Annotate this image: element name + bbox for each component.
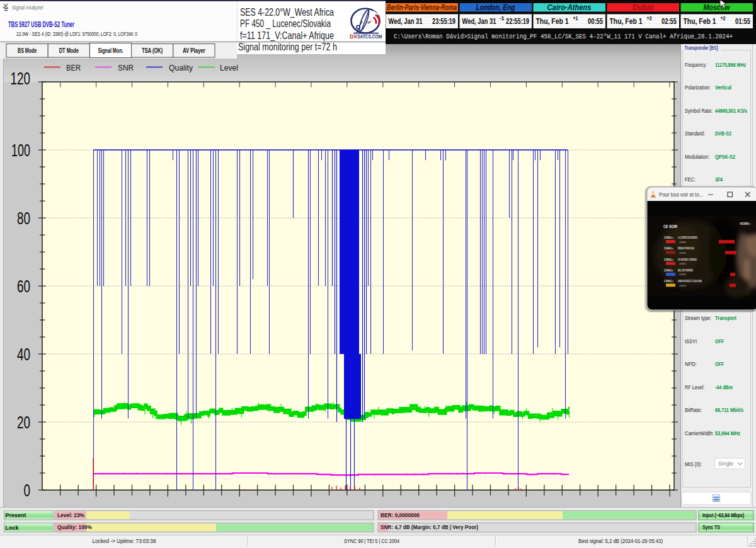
- svg-text:C:\Users\Roman Dávid>Signal mo: C:\Users\Roman Dávid>Signal monitoring_P…: [394, 32, 733, 40]
- svg-text:TSA (OK): TSA (OK): [142, 47, 163, 54]
- svg-text:Signal Analyzer: Signal Analyzer: [12, 4, 43, 11]
- svg-text:CANAL+: CANAL+: [664, 280, 673, 283]
- svg-text:ISSYI: ISSYI: [685, 338, 697, 345]
- svg-text:100: 100: [11, 140, 30, 160]
- svg-text:Modulation:: Modulation:: [685, 153, 709, 160]
- svg-text:+2: +2: [721, 15, 726, 21]
- svg-text:Pour tout voir et to...: Pour tout voir et to...: [659, 191, 703, 198]
- svg-text:Wed, Jan 31: Wed, Jan 31: [389, 16, 423, 26]
- svg-text:+1: +1: [573, 15, 578, 21]
- svg-text:Transponder [BS]: Transponder [BS]: [685, 44, 718, 51]
- svg-text:Stream type:: Stream type:: [685, 314, 711, 321]
- svg-text:22H00: 22H00: [679, 273, 687, 276]
- svg-text:Vertical: Vertical: [715, 84, 731, 91]
- svg-text:Lock: Lock: [6, 525, 20, 531]
- svg-text:Wed, Jan 31: Wed, Jan 31: [462, 16, 496, 26]
- svg-text:+3: +3: [647, 15, 652, 21]
- svg-text:NPD:: NPD:: [685, 360, 697, 367]
- svg-text:MIS (0):: MIS (0):: [685, 460, 702, 467]
- svg-text:00:55: 00:55: [588, 16, 603, 26]
- svg-text:CE SOIR: CE SOIR: [663, 224, 677, 229]
- svg-text:Quality: Quality: [169, 64, 193, 72]
- svg-text:London, Eng: London, Eng: [476, 3, 515, 12]
- svg-text:OFF: OFF: [715, 338, 724, 345]
- svg-text:SNR: 4,7 dB (Margin: 0,7 dB |: SNR: 4,7 dB (Margin: 0,7 dB | Very Poor): [381, 524, 478, 530]
- svg-text:20H00: 20H00: [679, 262, 687, 265]
- svg-text:CANAL+: CANAL+: [664, 258, 673, 261]
- svg-text:BitRate:: BitRate:: [685, 406, 702, 413]
- svg-text:CANAL+: CANAL+: [664, 236, 673, 239]
- svg-text:CarrierWidth:: CarrierWidth:: [685, 430, 714, 437]
- svg-text:DT Mode: DT Mode: [59, 47, 79, 54]
- svg-text:Standard:: Standard:: [685, 130, 705, 137]
- svg-text:SATCS.COM: SATCS.COM: [357, 33, 382, 40]
- svg-text:22.0W - SES 4 (ID: 3380) @ LOF: 22.0W - SES 4 (ID: 3380) @ LOF1: 9750000…: [16, 30, 137, 37]
- svg-text:Polarization:: Polarization:: [685, 84, 711, 91]
- svg-text:3/4: 3/4: [715, 176, 723, 183]
- svg-text:Quality: 100%: Quality: 100%: [57, 524, 92, 530]
- svg-text:01:55: 01:55: [735, 16, 750, 26]
- svg-text:Moscow: Moscow: [704, 3, 731, 12]
- svg-text:44995,501 KS/s: 44995,501 KS/s: [715, 107, 747, 114]
- svg-text:24 HEURES CHRONO: 24 HEURES CHRONO: [678, 258, 697, 261]
- svg-text:Transport: Transport: [715, 314, 737, 321]
- svg-text:SYNC 90 | TEI 5 | CC 2004: SYNC 90 | TEI 5 | CC 2004: [344, 537, 399, 544]
- svg-text:NANNY MCPHEE ET LE BIG BAND: NANNY MCPHEE ET LE BIG BAND: [678, 280, 702, 283]
- svg-text:66,711 Mbit/s: 66,711 Mbit/s: [715, 406, 743, 413]
- svg-text:20: 20: [17, 413, 30, 432]
- svg-text:f=11 171_V:Canal+ Afrique: f=11 171_V:Canal+ Afrique: [240, 30, 334, 42]
- svg-text:22H00: 22H00: [679, 251, 687, 254]
- svg-text:11170,866 MHz: 11170,866 MHz: [715, 61, 746, 68]
- svg-text:CANAL+: CANAL+: [664, 247, 673, 250]
- svg-text:-1: -1: [500, 15, 505, 21]
- svg-text:53,994 MHz: 53,994 MHz: [715, 430, 740, 437]
- svg-text:RF Level:: RF Level:: [685, 384, 704, 391]
- svg-text:TBS 5927 USB DVB-S2 Tuner: TBS 5927 USB DVB-S2 Tuner: [8, 20, 74, 29]
- svg-text:80: 80: [17, 208, 30, 228]
- svg-text:Cairo-Athens: Cairo-Athens: [547, 3, 592, 12]
- svg-text:Present: Present: [6, 512, 26, 518]
- svg-text:23:55:19: 23:55:19: [432, 16, 455, 26]
- svg-text:DX: DX: [350, 33, 358, 40]
- svg-text:LA GUERRE DES MONDES: LA GUERRE DES MONDES: [678, 236, 697, 239]
- svg-text:DVB-S2: DVB-S2: [715, 130, 731, 137]
- svg-text:Symbol Rate:: Symbol Rate:: [685, 107, 713, 114]
- svg-text:60: 60: [17, 277, 30, 296]
- svg-text:Berlin-Paris-Vienna-Roma: Berlin-Paris-Vienna-Roma: [387, 3, 457, 12]
- svg-text:BS Mode: BS Mode: [18, 47, 37, 54]
- svg-text:MAL DE PIERRES: MAL DE PIERRES: [678, 269, 693, 272]
- svg-text:Single: Single: [718, 460, 733, 467]
- svg-text:BER: 0,0000000: BER: 0,0000000: [381, 512, 420, 518]
- svg-text:Thu, Feb 1: Thu, Feb 1: [536, 16, 569, 26]
- svg-text:PF 450 _ Lucenec/Slovakia: PF 450 _ Lucenec/Slovakia: [240, 18, 331, 30]
- svg-text:Best signal: 5,2 dB (2024-01-2: Best signal: 5,2 dB (2024-01-29 05:43): [578, 537, 663, 544]
- svg-text:Signal monitoring per t=72 h: Signal monitoring per t=72 h: [238, 41, 337, 52]
- svg-text:Thu, Feb 1: Thu, Feb 1: [610, 16, 643, 26]
- svg-text:VOIR+: VOIR+: [740, 222, 750, 225]
- svg-text:0: 0: [24, 481, 31, 500]
- svg-text:CANAL+: CANAL+: [664, 269, 673, 272]
- svg-text:Frequency:: Frequency:: [685, 61, 707, 68]
- svg-text:40: 40: [17, 345, 30, 364]
- svg-text:02:55: 02:55: [662, 16, 677, 26]
- svg-text:BER: BER: [66, 64, 81, 72]
- svg-text:Input (~63,84 Mbps): Input (~63,84 Mbps): [702, 512, 744, 518]
- svg-text:120: 120: [11, 69, 31, 88]
- svg-text:20H00: 20H00: [679, 284, 687, 287]
- svg-text:22:55:19: 22:55:19: [506, 16, 529, 26]
- svg-text:OFF: OFF: [715, 360, 724, 367]
- svg-text:Signal Mon.: Signal Mon.: [98, 47, 123, 54]
- svg-text:BREAKTHROUGH: BREAKTHROUGH: [678, 247, 694, 250]
- svg-text:23H00: 23H00: [679, 241, 687, 244]
- svg-text:-44 dBm: -44 dBm: [715, 384, 733, 391]
- svg-text:AV Player: AV Player: [183, 47, 205, 54]
- svg-text:SNR: SNR: [118, 64, 134, 72]
- svg-text:Dubai: Dubai: [633, 3, 653, 12]
- svg-text:Thu, Feb 1: Thu, Feb 1: [684, 16, 716, 26]
- svg-text:Level: Level: [220, 64, 238, 72]
- svg-text:Locked -> Uptime: 73:03:38: Locked -> Uptime: 73:03:38: [93, 537, 156, 544]
- svg-text:SES 4-22.0°W_West Africa: SES 4-22.0°W_West Africa: [240, 6, 335, 18]
- svg-text:Sync TS: Sync TS: [702, 524, 720, 530]
- svg-text:FEC:: FEC:: [685, 176, 696, 183]
- svg-text:QPSK-S2: QPSK-S2: [715, 153, 735, 160]
